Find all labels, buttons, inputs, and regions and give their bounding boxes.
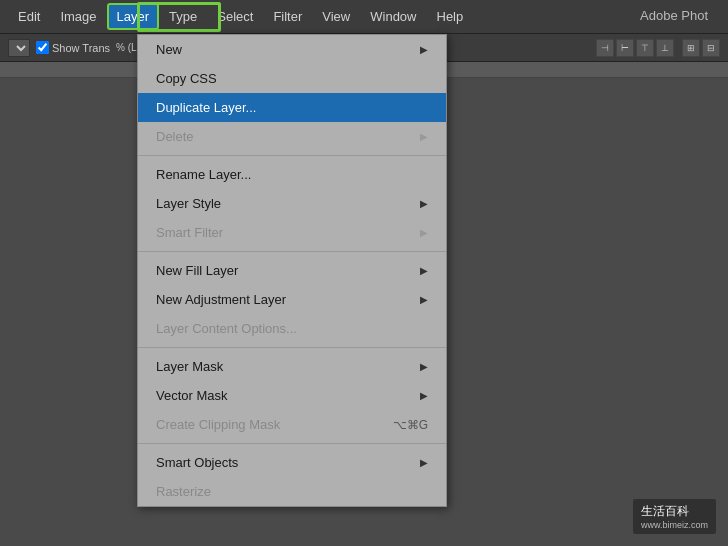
dropdown-item-layer-style-arrow: ▶	[420, 198, 428, 209]
dropdown-item-new[interactable]: New ▶	[138, 35, 446, 64]
adobe-photoshop-label: Adobe Phot	[640, 8, 708, 23]
menu-view[interactable]: View	[312, 3, 360, 30]
show-transform-checkbox[interactable]	[36, 41, 49, 54]
distribute-icon-1[interactable]: ⊞	[682, 39, 700, 57]
dropdown-item-vector-mask-arrow: ▶	[420, 390, 428, 401]
menu-help[interactable]: Help	[427, 3, 474, 30]
dropdown-item-rasterize-label: Rasterize	[156, 484, 211, 499]
menu-image[interactable]: Image	[50, 3, 106, 30]
dropdown-item-layer-content-options-label: Layer Content Options...	[156, 321, 297, 336]
dropdown-item-smart-filter: Smart Filter ▶	[138, 218, 446, 247]
dropdown-item-new-adjustment-layer-label: New Adjustment Layer	[156, 292, 286, 307]
align-icon-4[interactable]: ⊥	[656, 39, 674, 57]
menubar: Edit Image Layer Type Select Filter View…	[0, 0, 728, 34]
distribute-icon-2[interactable]: ⊟	[702, 39, 720, 57]
dropdown-item-rename-layer-label: Rename Layer...	[156, 167, 251, 182]
separator-2	[138, 251, 446, 252]
menu-window[interactable]: Window	[360, 3, 426, 30]
menu-filter[interactable]: Filter	[263, 3, 312, 30]
dropdown-item-new-fill-layer-label: New Fill Layer	[156, 263, 238, 278]
dropdown-item-new-adjustment-layer[interactable]: New Adjustment Layer ▶	[138, 285, 446, 314]
layer-dropdown-menu: New ▶ Copy CSS Duplicate Layer... Delete…	[137, 34, 447, 507]
dropdown-item-layer-mask-arrow: ▶	[420, 361, 428, 372]
dropdown-item-duplicate-layer-label: Duplicate Layer...	[156, 100, 256, 115]
separator-3	[138, 347, 446, 348]
dropdown-item-rasterize: Rasterize	[138, 477, 446, 506]
dropdown-item-duplicate-layer[interactable]: Duplicate Layer...	[138, 93, 446, 122]
dropdown-item-delete-label: Delete	[156, 129, 194, 144]
watermark-main-text: 生活百科	[641, 503, 708, 520]
dropdown-item-smart-objects-arrow: ▶	[420, 457, 428, 468]
tool-select[interactable]	[8, 39, 30, 57]
dropdown-item-layer-style[interactable]: Layer Style ▶	[138, 189, 446, 218]
menu-layer[interactable]: Layer	[107, 3, 160, 30]
dropdown-item-delete: Delete ▶	[138, 122, 446, 151]
separator-4	[138, 443, 446, 444]
dropdown-item-delete-arrow: ▶	[420, 131, 428, 142]
menu-type[interactable]: Type	[159, 3, 207, 30]
dropdown-item-smart-objects[interactable]: Smart Objects ▶	[138, 448, 446, 477]
watermark: 生活百科 www.bimeiz.com	[633, 499, 716, 534]
dropdown-item-create-clipping-mask: Create Clipping Mask ⌥⌘G	[138, 410, 446, 439]
watermark-sub-text: www.bimeiz.com	[641, 520, 708, 530]
dropdown-item-layer-mask-label: Layer Mask	[156, 359, 223, 374]
dropdown-item-smart-objects-label: Smart Objects	[156, 455, 238, 470]
dropdown-item-copy-css-label: Copy CSS	[156, 71, 217, 86]
show-transform-checkbox-label: Show Trans	[36, 41, 110, 54]
dropdown-item-new-label: New	[156, 42, 182, 57]
dropdown-item-new-fill-layer-arrow: ▶	[420, 265, 428, 276]
dropdown-item-rename-layer[interactable]: Rename Layer...	[138, 160, 446, 189]
dropdown-item-vector-mask[interactable]: Vector Mask ▶	[138, 381, 446, 410]
dropdown-item-layer-content-options: Layer Content Options...	[138, 314, 446, 343]
dropdown-item-smart-filter-arrow: ▶	[420, 227, 428, 238]
dropdown-item-layer-mask[interactable]: Layer Mask ▶	[138, 352, 446, 381]
menu-select[interactable]: Select	[207, 3, 263, 30]
divider	[676, 39, 680, 57]
align-icon-3[interactable]: ⊤	[636, 39, 654, 57]
toolbar-icons-group: ⊣ ⊢ ⊤ ⊥ ⊞ ⊟	[596, 39, 720, 57]
dropdown-item-smart-filter-label: Smart Filter	[156, 225, 223, 240]
dropdown-item-create-clipping-mask-label: Create Clipping Mask	[156, 417, 280, 432]
separator-1	[138, 155, 446, 156]
dropdown-item-new-fill-layer[interactable]: New Fill Layer ▶	[138, 256, 446, 285]
align-icon-1[interactable]: ⊣	[596, 39, 614, 57]
dropdown-item-copy-css[interactable]: Copy CSS	[138, 64, 446, 93]
dropdown-item-layer-style-label: Layer Style	[156, 196, 221, 211]
align-icon-2[interactable]: ⊢	[616, 39, 634, 57]
menu-edit[interactable]: Edit	[8, 3, 50, 30]
dropdown-item-create-clipping-mask-shortcut: ⌥⌘G	[393, 418, 428, 432]
dropdown-item-new-arrow: ▶	[420, 44, 428, 55]
dropdown-item-vector-mask-label: Vector Mask	[156, 388, 228, 403]
dropdown-item-new-adjustment-layer-arrow: ▶	[420, 294, 428, 305]
